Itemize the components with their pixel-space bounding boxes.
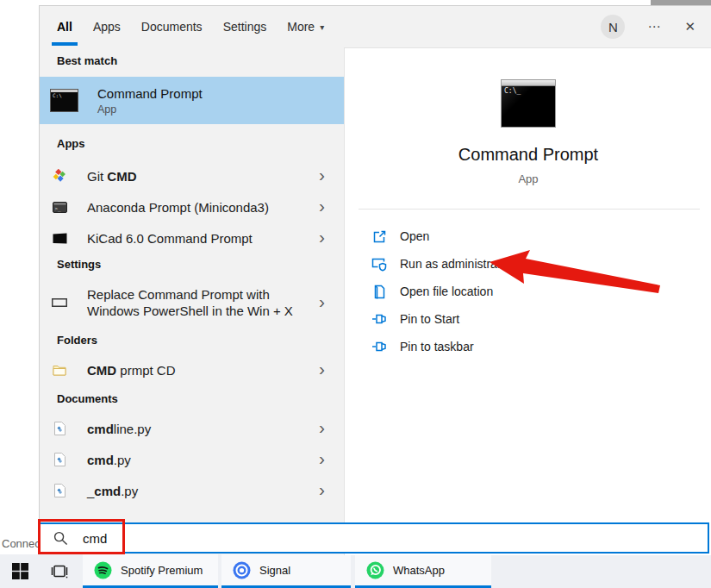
chevron-right-icon[interactable]: › xyxy=(319,483,325,497)
result-anaconda-prompt[interactable]: >_ Anaconda Prompt (Miniconda3) › xyxy=(40,191,344,222)
best-match-title: Command Prompt xyxy=(97,86,203,101)
spotify-icon xyxy=(94,561,112,579)
kicad-terminal-icon xyxy=(50,233,69,244)
result-cmd-prmpt-cd-folder[interactable]: CMD prmpt CD › xyxy=(40,354,344,385)
result-kicad-command-prompt[interactable]: KiCad 6.0 Command Prompt › xyxy=(40,222,344,253)
taskbar-app-label: WhatsApp xyxy=(393,564,445,577)
taskbar-app-whatsapp[interactable]: WhatsApp xyxy=(355,554,491,588)
chevron-right-icon[interactable]: › xyxy=(319,421,325,435)
command-prompt-icon xyxy=(50,89,78,112)
windows-logo-icon xyxy=(12,563,28,579)
task-view-button[interactable] xyxy=(40,554,79,588)
folder-icon xyxy=(371,285,388,299)
result-label: Git CMD xyxy=(87,168,137,185)
action-label: Open xyxy=(400,229,429,243)
window-controls: N ⋯ ✕ xyxy=(601,6,695,47)
more-options-icon[interactable]: ⋯ xyxy=(647,19,662,34)
tab-apps-label: Apps xyxy=(93,20,121,34)
taskbar-app-label: Signal xyxy=(259,564,290,577)
chevron-right-icon[interactable]: › xyxy=(319,295,325,309)
folder-icon xyxy=(50,364,69,376)
chevron-right-icon[interactable]: › xyxy=(319,230,325,244)
best-match-result[interactable]: Command Prompt App xyxy=(40,77,344,124)
chevron-right-icon[interactable]: › xyxy=(319,362,325,376)
section-header-apps: Apps xyxy=(57,137,85,150)
section-header-folders: Folders xyxy=(57,334,97,347)
label-match: cmd xyxy=(94,484,121,498)
search-query-text: cmd xyxy=(83,531,107,546)
action-pin-to-taskbar[interactable]: Pin to taskbar xyxy=(345,333,711,360)
tab-more[interactable]: More ▾ xyxy=(287,6,324,47)
result-underscore-cmd-py[interactable]: _cmd.py › xyxy=(40,475,344,506)
chevron-right-icon[interactable]: › xyxy=(319,452,325,466)
search-icon xyxy=(53,531,68,546)
result-git-cmd[interactable]: Git CMD › xyxy=(40,160,344,191)
action-label: Pin to Start xyxy=(400,312,459,326)
section-header-documents: Documents xyxy=(57,392,118,405)
label-pre: Anaconda Prompt (Miniconda3) xyxy=(87,200,269,215)
action-list: Open Run as administrator xyxy=(345,222,711,360)
search-results-panel: Best match Command Prompt App Apps Git C… xyxy=(40,47,344,523)
taskbar-app-signal[interactable]: Signal xyxy=(221,554,351,588)
start-button[interactable] xyxy=(0,554,40,588)
svg-text:>_: >_ xyxy=(54,205,61,212)
action-pin-to-start[interactable]: Pin to Start xyxy=(345,305,711,333)
label-post: .py xyxy=(121,484,138,498)
search-flyout: All Apps Documents Settings More ▾ N ⋯ ✕… xyxy=(39,5,711,554)
preview-subtitle: App xyxy=(345,172,711,185)
command-prompt-large-icon xyxy=(501,79,556,128)
result-label: Anaconda Prompt (Miniconda3) xyxy=(87,199,269,216)
chevron-right-icon[interactable]: › xyxy=(319,168,325,182)
label-match: cmd xyxy=(87,453,114,467)
chevron-right-icon[interactable]: › xyxy=(319,199,325,213)
result-label: KiCad 6.0 Command Prompt xyxy=(87,230,253,247)
divider xyxy=(359,209,700,210)
task-view-icon xyxy=(51,563,69,579)
label-match: cmd xyxy=(87,422,114,436)
python-file-icon xyxy=(50,453,69,466)
tab-apps[interactable]: Apps xyxy=(93,6,121,47)
tab-more-label: More xyxy=(287,20,315,34)
tab-all[interactable]: All xyxy=(57,6,72,47)
action-label: Open file location xyxy=(400,285,493,298)
desktop-partial-text: Connect xyxy=(2,537,43,550)
python-file-icon xyxy=(50,484,69,497)
whatsapp-icon xyxy=(366,561,384,579)
action-open[interactable]: Open xyxy=(345,222,711,250)
window-rect-icon xyxy=(50,298,69,307)
search-input[interactable]: cmd xyxy=(39,522,709,554)
result-label: _cmd.py xyxy=(87,483,138,499)
label-post: .py xyxy=(114,453,131,467)
active-tab-indicator xyxy=(52,42,78,46)
open-icon xyxy=(371,229,388,244)
search-tab-bar: All Apps Documents Settings More ▾ N ⋯ ✕ xyxy=(40,6,711,47)
label-post: line.py xyxy=(114,422,151,436)
action-run-as-administrator[interactable]: Run as administrator xyxy=(345,250,711,278)
label-post: prmpt CD xyxy=(116,363,175,378)
label-pre: KiCad 6.0 Command Prompt xyxy=(87,231,253,246)
label-match: CMD xyxy=(87,363,116,378)
action-open-file-location[interactable]: Open file location xyxy=(345,278,711,305)
result-replace-command-prompt-setting[interactable]: Replace Command Prompt with Windows Powe… xyxy=(40,278,344,327)
best-match-subtitle: App xyxy=(97,103,203,116)
python-file-icon xyxy=(50,422,69,435)
result-label: cmdline.py xyxy=(87,421,151,437)
label-match: CMD xyxy=(107,169,136,184)
taskbar-app-spotify[interactable]: Spotify Premium xyxy=(83,554,218,588)
preview-panel: Command Prompt App Open xyxy=(344,47,711,555)
tab-settings[interactable]: Settings xyxy=(223,6,267,47)
tab-settings-label: Settings xyxy=(223,20,267,34)
user-avatar[interactable]: N xyxy=(601,15,625,39)
taskbar: Spotify Premium Signal WhatsApp xyxy=(0,554,711,588)
label-pre: Git xyxy=(87,169,107,184)
taskbar-app-label: Spotify Premium xyxy=(121,564,203,577)
git-icon xyxy=(50,169,69,184)
result-cmdline-py[interactable]: cmdline.py › xyxy=(40,413,344,444)
result-label: Replace Command Prompt with Windows Powe… xyxy=(87,286,304,319)
close-icon[interactable]: ✕ xyxy=(684,19,695,34)
signal-icon xyxy=(233,561,251,579)
tab-documents[interactable]: Documents xyxy=(141,6,203,47)
chevron-down-icon: ▾ xyxy=(320,22,324,32)
result-cmd-py[interactable]: cmd.py › xyxy=(40,444,344,475)
anaconda-terminal-icon: >_ xyxy=(50,202,69,213)
